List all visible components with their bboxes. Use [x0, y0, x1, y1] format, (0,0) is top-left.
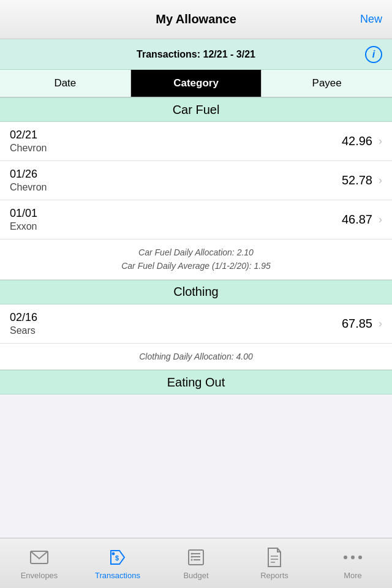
tab-budget-label: Budget [183, 571, 208, 580]
section-header-clothing: Clothing [0, 280, 392, 304]
chevron-right-icon: › [379, 174, 382, 187]
chevron-right-icon: › [379, 317, 382, 330]
table-row[interactable]: 02/21 Chevron 42.96 › [0, 122, 392, 161]
tab-envelopes[interactable]: Envelopes [0, 538, 78, 588]
tab-envelopes-label: Envelopes [21, 571, 58, 580]
tab-reports-label: Reports [260, 571, 288, 580]
section-header-car-fuel: Car Fuel [0, 97, 392, 122]
tab-more[interactable]: More [314, 538, 392, 588]
svg-text:$: $ [115, 554, 119, 562]
tab-bar: Envelopes $ Transactions [0, 538, 392, 588]
tab-budget[interactable]: Budget [157, 538, 235, 588]
svg-point-6 [191, 553, 193, 555]
table-row[interactable]: 01/01 Exxon 46.87 › [0, 200, 392, 239]
svg-point-8 [191, 559, 193, 561]
svg-point-7 [191, 556, 193, 558]
svg-point-15 [358, 556, 362, 559]
section-header-eating-out: Eating Out [0, 370, 392, 394]
date-range-bar: Transactions: 12/21 - 3/21 i [0, 39, 392, 70]
car-fuel-summary: Car Fuel Daily Allocation: 2.10 Car Fuel… [0, 239, 392, 280]
transactions-icon: $ [107, 546, 129, 568]
column-headers: Date Category Payee [0, 70, 392, 97]
tab-transactions-label: Transactions [95, 571, 140, 580]
new-button[interactable]: New [360, 13, 382, 26]
chevron-right-icon: › [379, 135, 382, 148]
budget-icon [185, 546, 207, 568]
table-row[interactable]: 01/26 Chevron 52.78 › [0, 161, 392, 200]
tab-reports[interactable]: Reports [235, 538, 314, 588]
svg-point-1 [112, 552, 115, 555]
main-content: My Allowance New Transactions: 12/21 - 3… [0, 0, 392, 445]
chevron-right-icon: › [379, 213, 382, 226]
svg-point-14 [351, 556, 355, 559]
date-range-text: Transactions: 12/21 - 3/21 [137, 49, 255, 60]
col-header-payee[interactable]: Payee [262, 70, 392, 97]
col-header-date[interactable]: Date [0, 70, 131, 97]
col-header-category[interactable]: Category [131, 70, 262, 97]
clothing-summary: Clothing Daily Allocation: 4.00 [0, 344, 392, 370]
tab-more-label: More [344, 571, 362, 580]
more-icon [342, 546, 364, 568]
svg-point-13 [344, 556, 347, 559]
reports-icon [263, 546, 285, 568]
nav-bar: My Allowance New [0, 0, 392, 39]
tab-transactions[interactable]: $ Transactions [78, 538, 157, 588]
page-title: My Allowance [156, 12, 236, 26]
table-row[interactable]: 02/16 Sears 67.85 › [0, 304, 392, 344]
info-button[interactable]: i [365, 46, 382, 63]
envelope-icon [28, 546, 50, 568]
